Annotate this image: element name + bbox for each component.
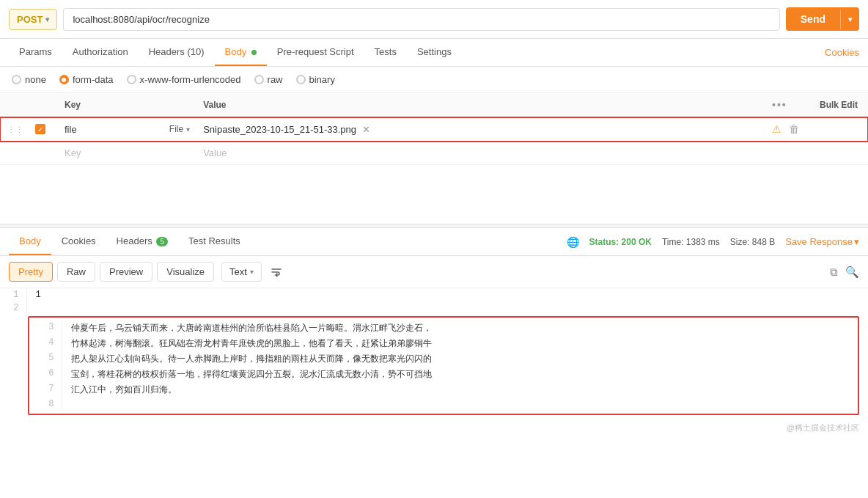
remove-file-icon[interactable]: ✕ [362,124,370,135]
copy-icon[interactable]: ⧉ [830,266,838,279]
option-raw[interactable]: raw [254,74,283,85]
save-response-button[interactable]: Save Response ▾ [785,236,859,247]
value-placeholder: Value [203,147,227,158]
tab-settings-label: Settings [417,46,452,57]
code-line-8: 8 [35,398,852,411]
resp-body-label: Body [19,235,41,246]
binary-radio[interactable] [296,75,306,84]
raw-label: raw [268,74,283,85]
raw-radio[interactable] [254,75,264,84]
line-content-3: 仲夏午后，乌云铺天而来，大唐岭南道桂州的洽所临桂县陷入一片晦暗。渭水江畔飞沙走石… [62,321,852,336]
file-type-cell[interactable]: File ▾ [166,117,193,142]
drag-handle-cell: ⋮⋮ [0,117,32,142]
key-text: file [65,124,77,135]
tab-headers[interactable]: Headers (10) [139,39,215,66]
line-num-1: 1 [0,288,26,301]
line-content-8 [62,398,852,411]
view-raw-button[interactable]: Raw [57,262,95,282]
bulk-edit-cell [809,117,868,142]
response-tabs: Body Cookies Headers 5 Test Results 🌐 St… [0,228,868,256]
format-chevron-icon: ▾ [250,268,254,276]
tab-body-label: Body [225,46,247,57]
resp-tab-headers[interactable]: Headers 5 [106,228,178,255]
search-icon[interactable]: 🔍 [845,266,859,279]
line-num-2: 2 [0,301,26,315]
key-value-wrapper: file [65,124,156,135]
empty-actions-cell [762,142,809,165]
file-type-label: File [169,124,183,134]
code-lines: 1 1 2 [0,288,868,315]
warning-icon: ⚠ [772,123,781,135]
bulk-edit-col-header: Bulk Edit [809,93,868,117]
option-form-data[interactable]: form-data [59,74,114,85]
code-line-6: 6 宝剑，将桂花树的枝权折落一地，捍得红壤黄泥四分五裂。泥水汇流成无数小清，势不… [35,367,852,382]
line-content-2 [26,301,868,315]
send-label: Send [786,7,840,31]
code-area[interactable]: 1 1 2 3 仲夏午后，乌云铺天而来，大唐岭南道桂州的洽所临桂县陷入一片晦暗。… [0,288,868,420]
tab-body[interactable]: Body [215,39,267,66]
line-content-5: 把人架从江心划向码头。待一人赤脚跑上岸时，拇指粗的雨柱从天而降，像无数把寒光闪闪… [62,351,852,367]
more-options-icon[interactable]: ••• [772,99,787,111]
delete-row-icon[interactable]: 🗑 [789,123,799,135]
tab-settings[interactable]: Settings [407,39,462,66]
empty-key-cell[interactable]: Key [54,142,166,165]
request-tabs: Params Authorization Headers (10) Body P… [0,39,868,67]
wrap-icon[interactable] [269,265,284,279]
resp-headers-badge: 5 [156,237,168,246]
line-num-5: 5 [35,351,62,367]
top-bar: POST ▾ Send ▾ [0,0,868,39]
empty-drag-cell [0,142,32,165]
resp-tab-body[interactable]: Body [9,228,51,255]
drag-col-header [0,93,32,117]
url-input[interactable] [63,8,779,31]
tab-params[interactable]: Params [9,39,62,66]
drag-handle-icon[interactable]: ⋮⋮ [7,125,23,134]
tab-tests[interactable]: Tests [364,39,407,66]
checkbox-cell[interactable]: ✓ [32,117,54,142]
empty-value-cell[interactable]: Value [193,142,762,165]
tab-authorization[interactable]: Authorization [62,39,139,66]
tab-authorization-label: Authorization [73,46,128,57]
row-actions: ⚠ 🗑 [772,123,799,135]
option-binary[interactable]: binary [296,74,335,85]
body-active-dot [251,50,257,55]
save-response-arrow: ▾ [854,236,859,247]
response-status: 🌐 Status: 200 OK Time: 1383 ms Size: 848… [567,236,859,248]
line-content-7: 汇入江中，穷如百川归海。 [62,382,852,398]
method-select[interactable]: POST ▾ [9,9,57,30]
line-content-1: 1 [26,288,868,301]
cookies-link[interactable]: Cookies [825,47,859,58]
form-data-radio[interactable] [59,75,69,84]
send-button[interactable]: Send ▾ [786,7,859,31]
file-value-wrapper: Snipaste_2023-10-15_21-51-33.png ✕ [203,124,751,135]
option-urlencoded[interactable]: x-www-form-urlencoded [127,74,241,85]
tab-params-label: Params [19,46,52,57]
file-type-badge[interactable]: File ▾ [169,124,190,134]
tab-pre-request[interactable]: Pre-request Script [267,39,364,66]
form-data-label: form-data [73,74,114,85]
line-content-6: 宝剑，将桂花树的枝权折落一地，捍得红壤黄泥四分五裂。泥水汇流成无数小清，势不可挡… [62,367,852,382]
view-preview-button[interactable]: Preview [100,262,152,282]
response-toolbar: Pretty Raw Preview Visualize Text ▾ ⧉ 🔍 [0,256,868,288]
view-visualize-button[interactable]: Visualize [157,262,214,282]
empty-check-cell [32,142,54,165]
option-none[interactable]: none [12,74,46,85]
none-radio[interactable] [12,75,21,84]
check-col-header [32,93,54,117]
urlencoded-radio[interactable] [127,75,136,84]
send-arrow-icon[interactable]: ▾ [840,10,859,29]
format-select[interactable]: Text ▾ [221,262,262,282]
method-label: POST [17,14,43,25]
menu-col-header: ••• [762,93,809,117]
value-cell: Snipaste_2023-10-15_21-51-33.png ✕ [193,117,762,142]
globe-icon: 🌐 [567,236,579,248]
resp-test-results-label: Test Results [188,235,240,246]
resp-headers-label: Headers [117,235,152,246]
code-line-3: 3 仲夏午后，乌云铺天而来，大唐岭南道桂州的洽所临桂县陷入一片晦暗。渭水江畔飞沙… [35,321,852,336]
resp-tab-cookies[interactable]: Cookies [51,228,106,255]
view-pretty-button[interactable]: Pretty [9,262,53,282]
row-actions-cell: ⚠ 🗑 [762,117,809,142]
row-checkbox[interactable]: ✓ [35,124,45,134]
resp-tab-test-results[interactable]: Test Results [178,228,251,255]
response-actions: ⧉ 🔍 [830,266,859,279]
